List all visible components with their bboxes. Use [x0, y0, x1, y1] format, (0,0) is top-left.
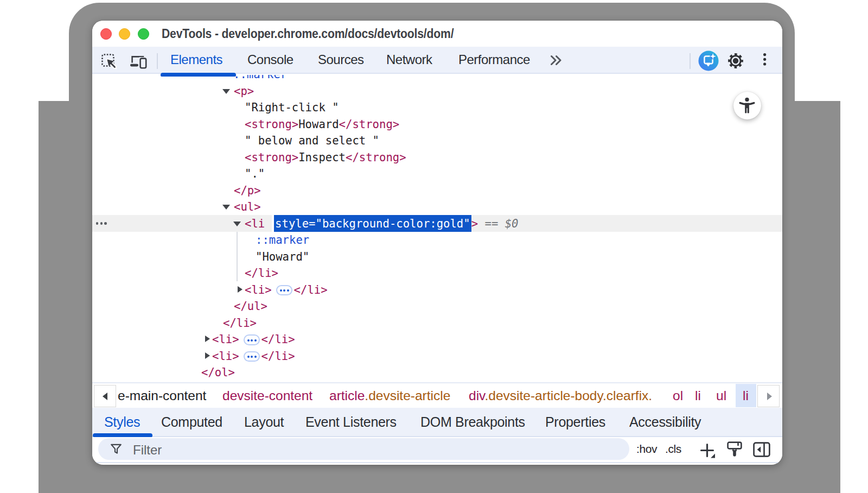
- expand-arrow-icon[interactable]: [222, 205, 230, 210]
- breadcrumb-part-tag: li: [695, 388, 701, 403]
- tree-row[interactable]: <li></li>: [212, 347, 295, 364]
- window-title: DevTools - developer.chrome.com/docs/dev…: [162, 21, 454, 47]
- expand-inline-icon[interactable]: [276, 285, 292, 296]
- breadcrumb-item[interactable]: li: [695, 383, 701, 408]
- tree-row[interactable]: "Right-click ": [245, 99, 339, 116]
- breadcrumb-part-tag: li: [743, 388, 749, 403]
- breadcrumb-part-tag: article: [329, 388, 365, 403]
- tree-row[interactable]: ::marker: [256, 232, 309, 249]
- breadcrumb-part-tag: div: [469, 388, 485, 403]
- sidebar-tab-dom-breakpoints[interactable]: DOM Breakpoints: [420, 408, 525, 436]
- code-tag: <li>: [245, 283, 272, 296]
- code-tag: </strong>: [346, 151, 406, 164]
- sidebar-tab-accessibility[interactable]: Accessibility: [629, 408, 701, 436]
- breadcrumb-item[interactable]: devsite-content: [222, 383, 312, 408]
- tree-row[interactable]: ::marker: [233, 75, 287, 83]
- zoom-window-button[interactable]: [138, 28, 149, 40]
- sidebar-tab-computed[interactable]: Computed: [161, 408, 222, 436]
- code-text: "Right-click ": [245, 101, 339, 114]
- tab-sources[interactable]: Sources: [318, 47, 364, 73]
- expand-arrow-icon[interactable]: [233, 222, 241, 226]
- rendering-brush-icon[interactable]: [727, 441, 742, 458]
- expand-inline-icon[interactable]: [244, 334, 260, 345]
- sidebar-tab-properties[interactable]: Properties: [545, 408, 605, 436]
- tree-row[interactable]: <li></li>: [212, 331, 295, 348]
- code-tag: </li>: [245, 267, 278, 280]
- breadcrumb-part-tag: ul: [716, 388, 726, 403]
- devtools-window: DevTools - developer.chrome.com/docs/dev…: [92, 21, 782, 465]
- collapse-arrow-icon[interactable]: [238, 286, 242, 293]
- code-tag: </ol>: [201, 366, 235, 379]
- code-pseudo: ::marker: [256, 233, 309, 246]
- tree-row[interactable]: <strong>Howard</strong>: [245, 116, 399, 132]
- expand-inline-icon[interactable]: [244, 351, 260, 362]
- indent-guide-line: [237, 232, 238, 282]
- code-tag: </ul>: [234, 300, 267, 313]
- tree-row[interactable]: <li></li>: [245, 281, 328, 298]
- minimize-window-button[interactable]: [119, 28, 130, 40]
- toggle-sidebar-icon[interactable]: [753, 442, 770, 457]
- collapse-arrow-icon[interactable]: [205, 352, 210, 359]
- tree-row[interactable]: " below and select ": [245, 132, 379, 149]
- sidebar-tab-layout[interactable]: Layout: [244, 408, 284, 436]
- breadcrumb-item[interactable]: div.devsite-article-body.clearfix.: [469, 383, 652, 408]
- accessibility-person-icon: [738, 96, 756, 115]
- breadcrumb-item[interactable]: li: [743, 383, 749, 408]
- breadcrumb-part-class: .devsite-article: [365, 388, 450, 403]
- code-tag: </li>: [261, 333, 295, 346]
- tree-row[interactable]: "Howard": [256, 248, 309, 265]
- tree-row[interactable]: </li>: [223, 314, 257, 331]
- tree-row[interactable]: </ul>: [234, 298, 267, 315]
- toolbar-separator-right: [690, 53, 691, 69]
- filter-funnel-icon: [110, 443, 122, 455]
- tree-row[interactable]: </p>: [234, 182, 261, 199]
- code-tag: <ul>: [234, 200, 261, 213]
- tree-row[interactable]: ".": [245, 166, 265, 182]
- code-tag: </li>: [223, 317, 257, 330]
- styles-filter-bar: Filter :hov .cls: [92, 437, 782, 463]
- breadcrumb-part-tag: devsite-content: [222, 388, 312, 403]
- breadcrumb-item[interactable]: ul: [716, 383, 726, 408]
- tree-row[interactable]: <ul>: [234, 199, 261, 216]
- element-classes-button[interactable]: .cls: [665, 437, 681, 461]
- sidebar-tab-styles[interactable]: Styles: [104, 408, 140, 436]
- new-style-rule-button[interactable]: [699, 443, 716, 459]
- breadcrumb-scroll-right-button[interactable]: [757, 385, 780, 407]
- toggle-element-state-button[interactable]: :hov: [636, 437, 657, 461]
- breadcrumb-part-class: .devsite-article-body.clearfix.: [485, 388, 653, 403]
- sidebar-tab-event-listeners[interactable]: Event Listeners: [305, 408, 397, 436]
- code-tag: <strong>: [245, 151, 298, 164]
- tab-elements[interactable]: Elements: [170, 47, 222, 73]
- breadcrumb-item[interactable]: e-main-content: [118, 383, 206, 408]
- dom-tree: ::marker<p>"Right-click "<strong>Howard<…: [92, 75, 782, 382]
- more-tabs-icon[interactable]: [550, 54, 563, 67]
- code-tag: </p>: [234, 184, 261, 197]
- expand-arrow-icon[interactable]: [222, 89, 230, 94]
- code-pseudo: ::marker: [233, 75, 287, 81]
- code-text: "Howard": [256, 250, 309, 263]
- tree-row[interactable]: </li>: [245, 265, 278, 282]
- tree-row[interactable]: <li style="background-color:gold"> == $0: [245, 215, 519, 232]
- tab-network[interactable]: Network: [386, 47, 432, 73]
- tab-console[interactable]: Console: [247, 47, 293, 73]
- code-tag: <li>: [212, 333, 239, 346]
- tab-performance[interactable]: Performance: [458, 47, 530, 73]
- code-tag: <strong>: [245, 118, 298, 131]
- stage: DevTools - developer.chrome.com/docs/dev…: [0, 0, 868, 493]
- selected-tab-indicator: [161, 73, 236, 77]
- styles-filter-input[interactable]: Filter: [98, 438, 629, 460]
- tree-row[interactable]: <strong>Inspect</strong>: [245, 149, 406, 166]
- collapse-arrow-icon[interactable]: [205, 336, 210, 342]
- code-eq: ==: [478, 217, 505, 230]
- accessibility-fab[interactable]: [733, 92, 761, 119]
- code-text: [265, 217, 271, 230]
- breadcrumb-item[interactable]: article.devsite-article: [329, 383, 450, 408]
- ai-assistance-icon[interactable]: [698, 50, 719, 71]
- tree-row[interactable]: <p>: [234, 83, 254, 99]
- close-window-button[interactable]: [100, 28, 112, 40]
- more-menu-icon[interactable]: [763, 53, 767, 68]
- tree-row[interactable]: </ol>: [201, 364, 235, 381]
- breadcrumb-part-plain: e-main-content: [118, 388, 206, 403]
- breadcrumb-item[interactable]: ol: [673, 383, 683, 408]
- settings-gear-icon[interactable]: [727, 53, 744, 69]
